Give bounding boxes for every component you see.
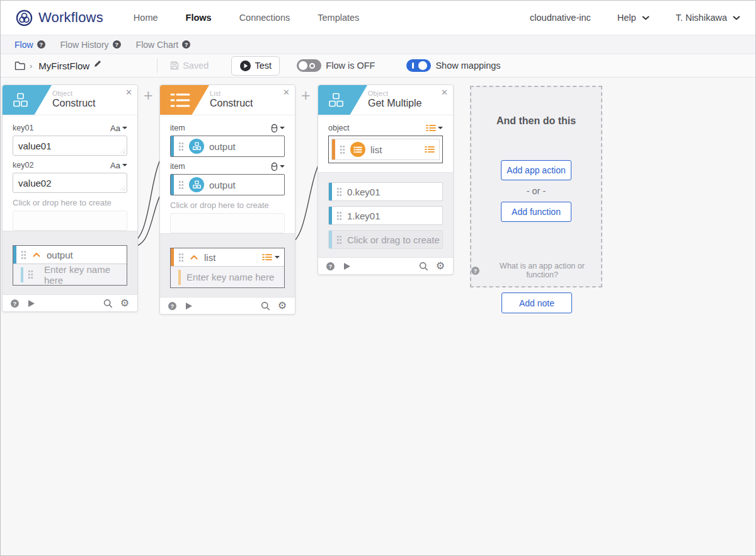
output-row[interactable]: list <box>171 248 284 266</box>
search-icon[interactable] <box>103 299 113 308</box>
field-type-selector[interactable] <box>271 162 285 171</box>
resize-grip-icon[interactable] <box>120 148 125 154</box>
workflow-canvas[interactable]: ✕ Object Construct key01 Aa <box>1 78 755 555</box>
field-label: item <box>170 124 185 132</box>
new-key-row[interactable]: Enter key name here <box>171 266 284 287</box>
nav-item-home[interactable]: Home <box>134 13 158 23</box>
brand[interactable]: Workflows <box>16 9 103 26</box>
search-icon[interactable] <box>261 301 270 311</box>
key-row[interactable]: 1.key01 <box>328 206 443 225</box>
help-circle-icon[interactable]: ? <box>168 302 176 310</box>
drag-handle-icon[interactable] <box>21 250 26 260</box>
tab-flow-chart[interactable]: Flow Chart ? <box>136 40 191 50</box>
folder-icon[interactable] <box>14 61 25 70</box>
show-mappings-toggle-group: Show mappings <box>406 59 500 72</box>
drag-handle-icon[interactable] <box>178 253 184 262</box>
flow-name[interactable]: MyFirstFlow <box>38 61 89 71</box>
search-icon[interactable] <box>419 262 428 271</box>
help-circle-icon[interactable]: ? <box>113 40 121 49</box>
mapped-input-row[interactable]: list <box>331 139 440 160</box>
gear-icon[interactable]: ⚙ <box>436 261 445 271</box>
nav-item-flows[interactable]: Flows <box>186 13 212 23</box>
value-input[interactable]: value01 <box>13 136 127 156</box>
object-icon <box>12 93 29 108</box>
close-icon[interactable]: ✕ <box>125 88 132 97</box>
output-row[interactable]: output <box>13 246 127 264</box>
help-menu[interactable]: Help <box>617 13 650 23</box>
test-button[interactable]: Test <box>231 56 280 76</box>
drag-handle-icon[interactable] <box>178 142 184 151</box>
help-circle-icon[interactable]: ? <box>182 40 190 49</box>
panel-hint[interactable]: ? What is an app action or function? <box>471 262 601 279</box>
chevron-up-icon[interactable] <box>190 255 198 260</box>
key-row[interactable]: 0.key01 <box>328 182 443 201</box>
nav-item-templates[interactable]: Templates <box>318 13 359 23</box>
step-card-object-get-multiple[interactable]: ✕ Object Get Multiple object <box>318 84 454 275</box>
add-step-button[interactable]: + <box>144 86 153 105</box>
field-label: key01 <box>13 124 33 132</box>
help-circle-icon[interactable]: ? <box>37 40 45 49</box>
field-type-selector[interactable]: Aa <box>110 161 127 170</box>
step-title: Construct <box>52 98 95 109</box>
step-card-list-construct[interactable]: ✕ List Construct item <box>159 84 295 315</box>
drag-handle-icon[interactable] <box>178 180 184 190</box>
list-icon <box>169 92 191 108</box>
add-function-button[interactable]: Add function <box>501 202 571 222</box>
run-step-icon[interactable] <box>343 262 351 270</box>
caret-down-icon <box>438 127 443 129</box>
caret-down-icon <box>122 127 127 129</box>
card-header-badge <box>318 85 367 115</box>
field-type-selector[interactable]: Aa <box>110 124 127 133</box>
toggle-knob <box>418 61 427 70</box>
field-type-selector[interactable] <box>426 124 443 132</box>
list-type-selector[interactable] <box>262 253 280 261</box>
workflows-logo-icon <box>16 9 33 26</box>
tab-flow-history[interactable]: Flow History ? <box>60 40 121 50</box>
add-note-button[interactable]: Add note <box>501 292 572 313</box>
add-step-button[interactable]: + <box>301 86 311 105</box>
gear-icon[interactable]: ⚙ <box>278 301 287 311</box>
mapped-value: output <box>209 180 236 190</box>
card-keys-section: 0.key01 1.key01 Click or drag to create <box>318 172 453 257</box>
object-step-chip <box>189 139 204 154</box>
user-menu[interactable]: T. Nishikawa <box>676 13 740 23</box>
flow-enabled-toggle[interactable] <box>297 59 321 72</box>
drag-handle-icon[interactable] <box>336 211 342 221</box>
flow-toolbar: › MyFirstFlow Saved Test <box>1 54 755 78</box>
edit-pencil-icon[interactable] <box>94 60 101 67</box>
field-label: item <box>170 162 185 171</box>
new-key-row[interactable]: Enter key name here <box>13 264 127 285</box>
add-key-row[interactable]: Click or drag to create <box>328 230 443 249</box>
help-circle-icon[interactable]: ? <box>326 262 335 270</box>
list-mini-icon <box>426 124 436 132</box>
drag-handle-icon[interactable] <box>336 187 342 197</box>
chevron-down-icon <box>642 16 650 20</box>
next-step-placeholder: And then do this Add app action - or - A… <box>470 86 602 287</box>
mapping-bar <box>329 183 332 200</box>
close-icon[interactable]: ✕ <box>441 88 448 97</box>
mapped-input-row[interactable]: output <box>170 136 285 157</box>
caret-down-icon <box>275 256 280 258</box>
run-step-icon[interactable] <box>27 299 35 308</box>
help-circle-icon[interactable]: ? <box>11 299 19 308</box>
mapped-input-row[interactable]: output <box>170 174 285 195</box>
show-mappings-toggle[interactable] <box>406 59 431 72</box>
drag-handle-icon[interactable] <box>340 145 345 154</box>
value-input[interactable]: value02 <box>13 173 127 193</box>
step-card-object-construct[interactable]: ✕ Object Construct key01 Aa <box>2 84 138 312</box>
main-nav: Home Flows Connections Templates <box>134 13 359 23</box>
close-icon[interactable]: ✕ <box>283 88 290 97</box>
gear-icon[interactable]: ⚙ <box>120 298 129 308</box>
saved-status: Saved <box>170 61 209 71</box>
drop-target[interactable] <box>170 213 285 233</box>
add-app-action-button[interactable]: Add app action <box>501 160 571 180</box>
chevron-up-icon[interactable] <box>33 253 40 257</box>
tab-flow[interactable]: Flow ? <box>14 40 45 50</box>
help-circle-icon: ? <box>471 267 479 275</box>
nav-right: cloudnative-inc Help T. Nishikawa <box>530 13 740 23</box>
resize-grip-icon[interactable] <box>120 185 125 191</box>
field-type-selector[interactable] <box>271 124 285 133</box>
nav-item-connections[interactable]: Connections <box>239 13 290 23</box>
drop-target[interactable] <box>13 211 127 231</box>
run-step-icon[interactable] <box>185 302 193 310</box>
